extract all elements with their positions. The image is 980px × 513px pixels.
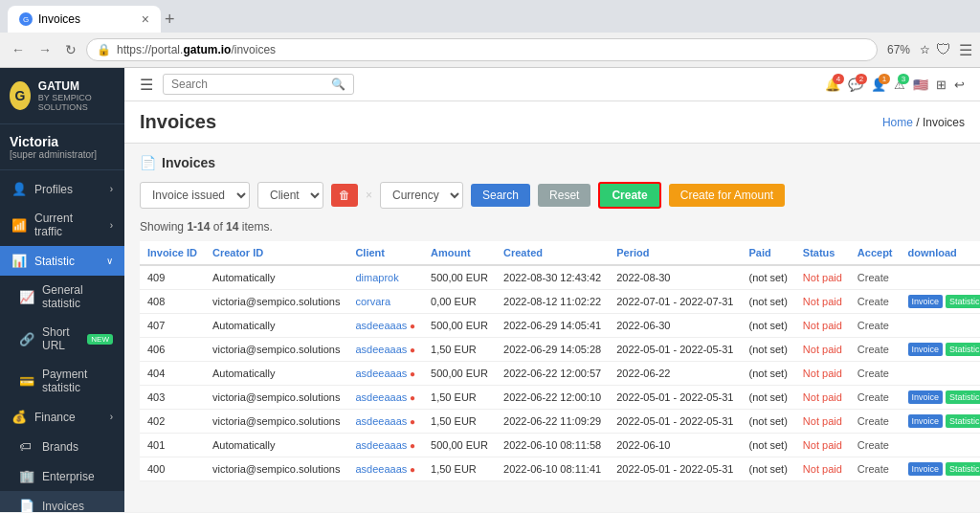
breadcrumb-home[interactable]: Home <box>882 116 913 129</box>
cell-accept[interactable]: Create <box>850 290 901 314</box>
filter-row: Invoice issued Client 🗑 × Currency Searc… <box>140 182 965 209</box>
client-link[interactable]: asdeeaaas <box>355 439 407 451</box>
sidebar-item-invoices[interactable]: 📄 Invoices <box>0 491 124 512</box>
statistic-badge[interactable]: Statistic <box>946 390 980 404</box>
cell-paid: (not set) <box>741 290 794 314</box>
table-row: 407 Automatically asdeeaaas ● 500,00 EUR… <box>140 314 980 338</box>
notifications-button[interactable]: 🔔4 <box>825 78 840 92</box>
accept-action[interactable]: Create <box>858 368 889 379</box>
invoice-badge[interactable]: Invoice <box>908 343 944 356</box>
table-row: 406 victoria@sempico.solutions asdeeaaas… <box>140 338 980 362</box>
cell-created: 2022-08-12 11:02:22 <box>496 290 609 314</box>
signout-button[interactable]: ↩ <box>954 78 965 92</box>
col-amount: Amount <box>423 241 496 265</box>
alerts-button[interactable]: ⚠3 <box>894 78 905 92</box>
accept-action[interactable]: Create <box>858 272 889 283</box>
client-link[interactable]: dimaprok <box>355 272 398 283</box>
client-link[interactable]: asdeeaaas <box>355 368 407 379</box>
accept-action[interactable]: Create <box>858 296 889 307</box>
create-button[interactable]: Create <box>598 182 660 209</box>
tab-close-button[interactable]: × <box>142 11 149 27</box>
invoice-badge[interactable]: Invoice <box>908 295 944 308</box>
language-button[interactable]: 🇺🇸 <box>913 78 928 92</box>
statistic-badge[interactable]: Statistic <box>946 295 980 308</box>
cell-accept[interactable]: Create <box>850 338 901 362</box>
sidebar-item-current-traffic[interactable]: 📶 Current traffic › <box>0 204 124 246</box>
client-link[interactable]: asdeeaaas <box>355 344 407 355</box>
statistic-badge[interactable]: Statistic <box>946 462 980 476</box>
cell-accept[interactable]: Create <box>850 386 901 410</box>
cell-paid: (not set) <box>741 314 794 338</box>
hamburger-icon[interactable]: ☰ <box>140 76 153 94</box>
address-url: https://portal.gatum.io/invoices <box>117 43 276 56</box>
forward-button[interactable]: → <box>34 40 56 59</box>
client-link[interactable]: asdeeaaas <box>355 320 407 331</box>
accept-action[interactable]: Create <box>858 415 889 427</box>
bookmark-icon[interactable]: ☆ <box>920 43 930 56</box>
new-tab-button[interactable]: + <box>165 10 175 30</box>
invoice-badge[interactable]: Invoice <box>908 390 944 404</box>
extensions-button[interactable]: 🛡 <box>936 41 951 59</box>
cell-status: Not paid <box>795 410 850 434</box>
cell-creator: Automatically <box>205 362 347 386</box>
search-button[interactable]: Search <box>471 184 530 207</box>
cell-accept[interactable]: Create <box>850 457 901 481</box>
delete-button[interactable]: 🗑 <box>331 184 358 207</box>
accept-action[interactable]: Create <box>858 439 889 451</box>
cell-created: 2022-06-22 12:00:10 <box>496 386 609 410</box>
invoice-badge[interactable]: Invoice <box>908 462 944 476</box>
col-created: Created <box>496 241 609 265</box>
create-for-amount-button[interactable]: Create for Amount <box>669 184 785 207</box>
client-link[interactable]: corvara <box>355 296 390 307</box>
sidebar-item-payment-statistic[interactable]: 💳 Payment statistic <box>0 360 124 402</box>
accept-action[interactable]: Create <box>858 344 889 355</box>
invoice-issued-filter[interactable]: Invoice issued <box>140 182 250 209</box>
sidebar-item-brands[interactable]: 🏷 Brands <box>0 432 124 461</box>
messages-badge: 2 <box>856 74 867 84</box>
users-badge: 1 <box>879 74 890 84</box>
sidebar-item-finance[interactable]: 💰 Finance › <box>0 402 124 432</box>
search-input[interactable] <box>171 78 325 91</box>
client-link[interactable]: asdeeaaas <box>355 463 407 475</box>
address-bar[interactable]: 🔒 https://portal.gatum.io/invoices <box>86 38 878 61</box>
results-total: 14 <box>226 220 238 234</box>
accept-action[interactable]: Create <box>858 463 889 475</box>
error-indicator: ● <box>407 464 415 475</box>
status-badge: Not paid <box>803 439 842 451</box>
cell-status: Not paid <box>795 290 850 314</box>
cell-creator: Automatically <box>205 434 347 457</box>
sidebar-item-statistic[interactable]: 📊 Statistic ∨ <box>0 246 124 276</box>
cell-accept[interactable]: Create <box>850 434 901 457</box>
client-filter[interactable]: Client <box>257 182 323 209</box>
statistic-badge[interactable]: Statistic <box>946 343 980 356</box>
search-box[interactable]: 🔍 <box>163 74 354 95</box>
app-container: G GATUM BY SEMPICO SOLUTIONS Victoria [s… <box>0 68 980 512</box>
accept-action[interactable]: Create <box>858 391 889 403</box>
cell-status: Not paid <box>795 386 850 410</box>
cell-accept[interactable]: Create <box>850 410 901 434</box>
reset-button[interactable]: Reset <box>538 184 590 207</box>
accept-action[interactable]: Create <box>858 320 889 331</box>
sidebar-item-profiles[interactable]: 👤 Profiles › <box>0 174 124 204</box>
cell-accept[interactable]: Create <box>850 314 901 338</box>
client-link[interactable]: asdeeaaas <box>355 415 407 427</box>
sidebar-item-enterprise[interactable]: 🏢 Enterprise <box>0 461 124 491</box>
grid-view-button[interactable]: ⊞ <box>936 78 947 92</box>
cell-paid: (not set) <box>741 265 794 290</box>
users-button[interactable]: 👤1 <box>871 78 886 92</box>
cell-accept[interactable]: Create <box>850 362 901 386</box>
refresh-button[interactable]: ↻ <box>61 40 80 59</box>
cell-amount: 500,00 EUR <box>423 362 496 386</box>
chevron-icon: › <box>110 220 113 231</box>
table-row: 401 Automatically asdeeaaas ● 500,00 EUR… <box>140 434 980 457</box>
back-button[interactable]: ← <box>8 40 29 59</box>
currency-filter[interactable]: Currency <box>380 182 463 209</box>
invoice-badge[interactable]: Invoice <box>908 414 944 428</box>
sidebar-item-short-url[interactable]: 🔗 Short URL NEW <box>0 318 124 360</box>
profile-button[interactable]: ☰ <box>959 41 972 59</box>
messages-button[interactable]: 💬2 <box>848 78 863 92</box>
client-link[interactable]: asdeeaaas <box>355 391 407 403</box>
statistic-badge[interactable]: Statistic <box>946 414 980 428</box>
sidebar-item-general-statistic[interactable]: 📈 General statistic <box>0 276 124 318</box>
cell-accept[interactable]: Create <box>850 265 901 290</box>
